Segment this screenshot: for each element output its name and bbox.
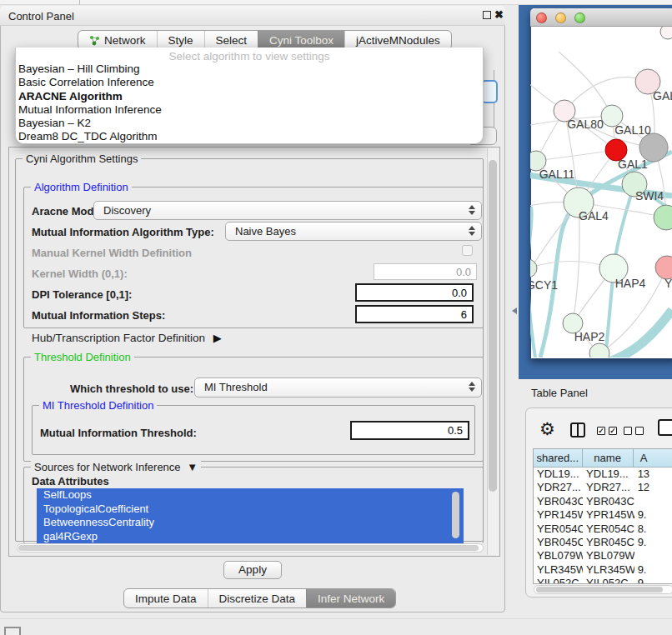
table-horizontal-scrollbar-thumb[interactable] [536,587,663,592]
network-window-titlebar[interactable] [530,8,672,27]
dpi-tolerance-label: DPI Tolerance [0,1]: [32,288,132,301]
node-gcy1[interactable] [530,259,537,278]
table-row: YBR045CYBR045C9. [534,536,672,549]
list-scrollbar[interactable] [452,492,459,538]
combo-stepper-icon [468,382,475,392]
threshold-definition-title: Threshold Definition [31,351,134,363]
node-label: GAL [653,89,672,102]
cyni-bottom-tabbar: Impute Data Discretize Data Infer Networ… [123,588,396,608]
tab-jactivemnodules[interactable]: jActiveMNodules [344,31,451,49]
close-icon[interactable]: ✖ [494,8,504,21]
manual-kernel-width-checkbox[interactable] [462,245,473,256]
dropdown-hint: Select algorithm to view settings [16,50,483,62]
mi-algorithm-type-combo[interactable]: Naive Bayes [225,222,482,241]
tab-impute-data[interactable]: Impute Data [124,589,208,608]
node[interactable] [660,27,672,39]
mi-threshold-field[interactable] [350,421,469,440]
control-panel-title: Control Panel [8,10,74,22]
cyni-algorithm-settings-title: Cyni Algorithm Settings [23,152,141,165]
table-row: YBR043CYBR043C [534,495,672,508]
horizontal-scrollbar-thumb[interactable] [18,545,479,551]
node[interactable] [654,205,672,230]
mi-algorithm-type-label: Mutual Information Algorithm Type: [32,226,214,238]
table-row: YER054CYER054C8. [534,522,672,536]
column-header[interactable]: name [583,449,634,467]
table-row: YBL079WYBL079W [534,549,672,562]
columns-icon[interactable] [570,422,585,438]
which-threshold-combo[interactable]: MI Threshold [194,378,482,398]
tab-cyni-toolbox[interactable]: Cyni Toolbox [258,31,344,49]
table-header-row: shared... name A [534,449,672,468]
node-label: Y [664,277,672,290]
tab-discretize-data[interactable]: Discretize Data [208,589,307,608]
deselect-all-icon[interactable] [635,427,644,435]
collapsed-arrow-icon: ▶ [208,332,222,344]
network-canvas[interactable]: GAL GAL80 GAL10 GAL1 GAL11 SWI4 GAL4 GCY… [530,27,672,358]
algorithm-option[interactable]: Basic Correlation Inference [16,76,483,89]
algorithm-option[interactable]: Dream8 DC_TDC Algorithm [16,130,483,143]
algorithm-option[interactable]: Bayesian – Hill Climbing [16,62,483,76]
combo-stepper-icon [468,205,475,215]
panel-splitter-arrow[interactable] [512,308,517,314]
data-attributes-list: SelfLoops TopologicalCoefficient Between… [37,488,464,543]
mi-steps-label: Mutual Information Steps: [32,309,165,322]
algorithm-option-selected[interactable]: ARACNE Algorithm [16,90,483,103]
table-row: YLR345WYLR345W9. [534,563,672,577]
table-panel-title: Table Panel [531,387,588,399]
kernel-width-field[interactable] [374,263,477,280]
node-label: GAL10 [614,123,651,137]
mi-steps-field[interactable] [355,305,474,323]
node-label: GAL4 [579,209,609,222]
node-label: GAL1 [618,158,648,171]
node-label: HAP2 [574,330,605,343]
mi-threshold-label: Mutual Information Threshold: [40,427,197,439]
node-label: GAL80 [567,118,604,131]
table-row: YDR27...YDR27...12 [534,481,672,494]
node-table: shared... name A YDL19...YDL19...13 YDR2… [533,448,672,584]
combo-stepper-icon [468,226,475,236]
table-row: YPR145WYPR145W9. [534,508,672,522]
table-row: YDL19...YDL19...13 [534,468,672,481]
column-header[interactable]: A [634,449,672,467]
algorithm-combo-stepper[interactable] [481,80,498,103]
list-item[interactable]: TopologicalCoefficient [37,502,464,517]
close-traffic-light[interactable] [536,12,547,23]
algorithm-option[interactable]: Mutual Information Inference [16,103,483,117]
select-all-icon[interactable]: ✓ [609,427,617,435]
gear-icon[interactable]: ⚙ [539,419,555,439]
data-attributes-label: Data Attributes [32,475,109,488]
node-label: HAP4 [615,277,646,290]
node-label: GAL11 [539,168,575,181]
zoom-traffic-light[interactable] [574,12,585,23]
mi-threshold-group-title: MI Threshold Definition [39,399,157,412]
algorithm-option[interactable]: Bayesian – K2 [16,117,483,130]
tab-network[interactable]: Network [78,31,157,49]
hub-definition-toggle[interactable]: Hub/Transcription Factor Definition ▶ [32,332,222,344]
float-window-icon[interactable] [483,11,491,19]
algorithm-definition-title: Algorithm Definition [31,181,132,193]
apply-button[interactable]: Apply [223,561,282,579]
dpi-tolerance-field[interactable] [355,283,474,302]
node-salmon[interactable] [655,256,672,279]
tab-infer-network[interactable]: Infer Network [306,589,395,608]
table-row: YIL052CYIL052C9. [534,577,672,584]
deselect-all-icon[interactable] [624,427,632,435]
edges-teal [530,152,672,358]
manual-kernel-width-label: Manual Kernel Width Definition [32,247,192,259]
select-all-icon[interactable]: ✓ [597,427,605,435]
list-item[interactable]: SelfLoops [37,488,464,502]
minimize-traffic-light[interactable] [555,12,566,23]
column-header[interactable]: shared... [534,449,583,467]
aracne-mode-combo[interactable]: Discovery [93,201,482,220]
sources-group-title[interactable]: Sources for Network Inference ▼ [31,461,201,473]
which-threshold-label: Which threshold to use: [70,382,193,395]
list-item[interactable]: gal4RGexp [37,530,464,544]
list-item[interactable]: BetweennessCentrality [37,516,464,530]
docked-panel-icon[interactable] [4,627,21,635]
tab-network-label: Network [104,34,146,47]
tab-style[interactable]: Style [157,31,204,49]
table-icon[interactable] [658,419,672,436]
kernel-width-label: Kernel Width (0,1): [32,268,128,280]
vertical-scrollbar-thumb[interactable] [489,160,497,492]
tab-select[interactable]: Select [204,31,258,49]
